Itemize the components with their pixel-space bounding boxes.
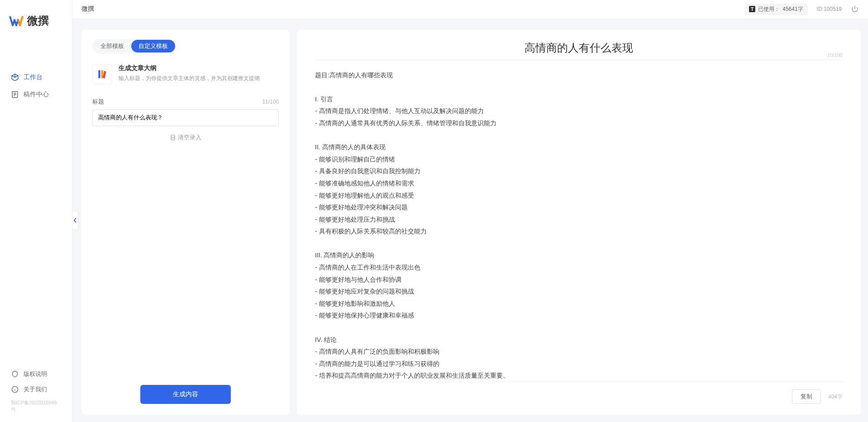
collapse-toggle[interactable] <box>72 211 78 229</box>
tab-all-templates[interactable]: 全部模板 <box>93 40 131 52</box>
topbar: 微撰 T 已使用： 45641字 ID:100519 <box>72 0 868 19</box>
tab-custom-templates[interactable]: 自定义模板 <box>131 40 175 52</box>
generate-button[interactable]: 生成内容 <box>140 385 231 404</box>
info-icon <box>11 385 19 394</box>
nav-label: 工作台 <box>24 73 43 81</box>
clear-button[interactable]: 清空录入 <box>92 133 279 142</box>
usage-label: 已使用： <box>758 5 780 13</box>
usage-badge: T 已使用： 45641字 <box>744 4 807 15</box>
output-header: 高情商的人有什么表现 10/100 <box>315 41 843 60</box>
text-icon: T <box>749 6 755 12</box>
nav-label: 稿件中心 <box>24 90 49 99</box>
cube-icon <box>11 73 19 81</box>
char-count: 11/100 <box>262 99 279 105</box>
template-desc: 输入标题，为你提供文章主体的灵感，并为其创建推文提纲 <box>119 74 279 82</box>
output-body[interactable]: 题目:高情商的人有哪些表现 I. 引言 - 高情商是指人们处理情绪、与他人互动以… <box>315 69 843 382</box>
output-title: 高情商的人有什么表现 <box>315 41 843 55</box>
sidebar: 微撰 工作台 稿件中心 版权说明 <box>0 0 72 422</box>
power-icon[interactable] <box>851 5 859 13</box>
label-row: 标题 11/100 <box>92 98 279 106</box>
template-info: 生成文章大纲 输入标题，为你提供文章主体的灵感，并为其创建推文提纲 <box>119 64 279 82</box>
bottom-nav: 版权说明 关于我们 鄂ICP备2022016946号 <box>0 366 72 422</box>
topbar-right: T 已使用： 45641字 ID:100519 <box>744 4 859 15</box>
nav-drafts[interactable]: 稿件中心 <box>0 86 72 103</box>
books-icon <box>92 64 112 84</box>
nav-label: 关于我们 <box>24 385 47 394</box>
title-label: 标题 <box>92 98 104 106</box>
nav-about[interactable]: 关于我们 <box>0 382 72 397</box>
nav-workbench[interactable]: 工作台 <box>0 69 72 86</box>
title-input[interactable] <box>92 109 279 126</box>
form-section: 标题 11/100 清空录入 <box>92 98 279 142</box>
document-icon <box>11 90 19 99</box>
template-title: 生成文章大纲 <box>119 64 279 72</box>
svg-rect-2 <box>171 135 175 140</box>
template-card: 生成文章大纲 输入标题，为你提供文章主体的灵感，并为其创建推文提纲 <box>92 64 279 84</box>
template-tabs: 全部模板 自定义模板 <box>92 39 176 53</box>
left-panel: 全部模板 自定义模板 生成文章大纲 输入标题，为你提供文章主体的灵感，并为其创建… <box>81 30 290 415</box>
clear-label: 清空录入 <box>178 133 201 142</box>
content: 全部模板 自定义模板 生成文章大纲 输入标题，为你提供文章主体的灵感，并为其创建… <box>72 19 868 422</box>
right-panel: 高情商的人有什么表现 10/100 题目:高情商的人有哪些表现 I. 引言 - … <box>297 30 861 415</box>
main-nav: 工作台 稿件中心 <box>0 37 72 366</box>
usage-value: 45641字 <box>782 5 803 13</box>
spacer <box>92 142 279 385</box>
icp-text: 鄂ICP备2022016946号 <box>0 397 72 417</box>
page-title: 微撰 <box>81 5 94 13</box>
main-area: 微撰 T 已使用： 45641字 ID:100519 全部模板 <box>72 0 868 422</box>
logo-text: 微撰 <box>27 14 49 28</box>
shield-icon <box>11 370 19 378</box>
logo: 微撰 <box>0 0 72 37</box>
copy-button[interactable]: 复制 <box>792 389 821 404</box>
word-count: 404字 <box>828 393 843 401</box>
logo-icon <box>9 14 24 28</box>
nav-copyright[interactable]: 版权说明 <box>0 366 72 382</box>
nav-label: 版权说明 <box>24 370 47 378</box>
clear-icon <box>170 134 176 141</box>
app-root: 微撰 工作台 稿件中心 版权说明 <box>0 0 868 422</box>
output-title-count: 10/100 <box>827 52 843 58</box>
chevron-left-icon <box>73 218 77 223</box>
user-id: ID:100519 <box>817 6 842 12</box>
output-footer: 复制 404字 <box>315 382 843 404</box>
